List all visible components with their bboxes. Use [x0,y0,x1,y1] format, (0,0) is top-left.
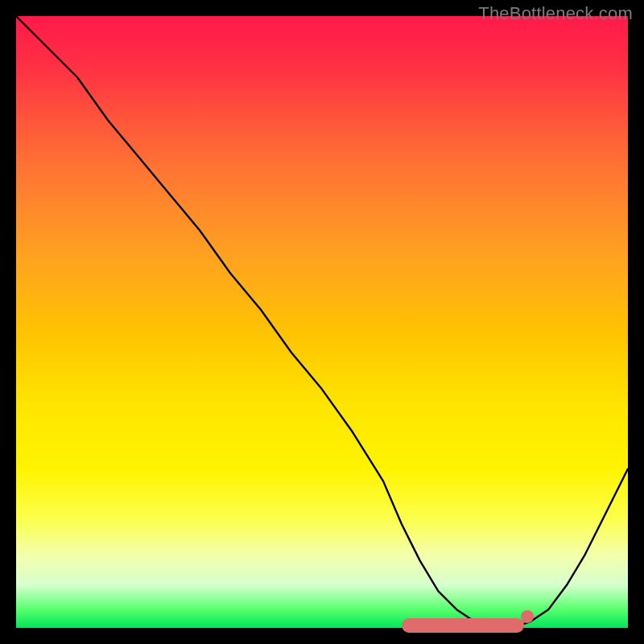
optimal-point-marker [521,610,534,623]
watermark-text: TheBottleneck.com [478,3,633,24]
optimal-range-marker [402,618,524,633]
chart-plot [16,16,628,628]
bottleneck-curve [16,16,628,628]
